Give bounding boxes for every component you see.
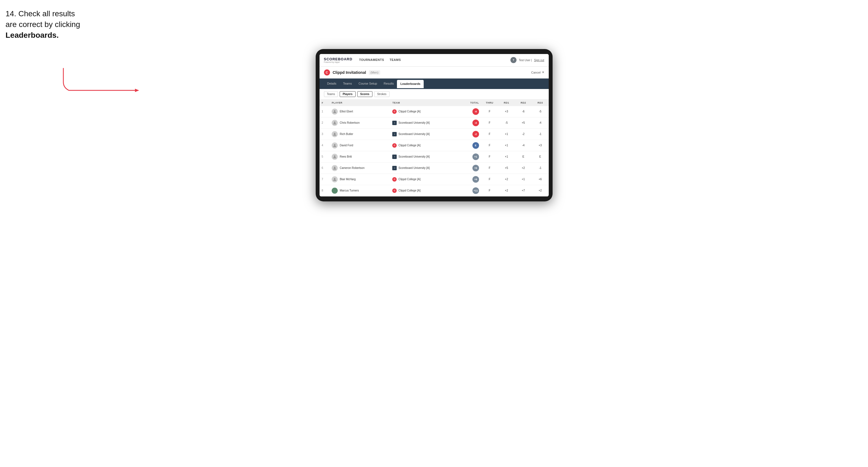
cell-player: Chris Robertson <box>330 117 390 128</box>
table-row: 3Rich Butler≡Scoreboard University [A]-2… <box>319 128 549 140</box>
svg-marker-0 <box>135 89 139 92</box>
cell-rd2: +5 <box>515 117 532 128</box>
tab-leaderboards[interactable]: Leaderboards <box>397 80 424 88</box>
filter-bar: Teams Players Scores Strokes <box>319 89 549 99</box>
player-name: David Ford <box>340 144 353 147</box>
team-name: Scoreboard University [A] <box>398 132 430 135</box>
score-badge: -4 <box>472 120 479 126</box>
app-nav: SCOREBOARD Powered by clippd TOURNAMENTS… <box>319 54 549 67</box>
table-header-row: # PLAYER TEAM TOTAL THRU RD1 RD2 RD3 <box>319 99 549 106</box>
arrow-annotation <box>55 66 149 102</box>
cell-team: CClippd College [A] <box>390 106 458 117</box>
app-logo: SCOREBOARD Powered by clippd <box>324 57 352 63</box>
sign-out-link[interactable]: Sign out <box>534 59 544 62</box>
cell-player: Blair McHarg <box>330 174 390 185</box>
player-avatar <box>332 154 338 160</box>
team-name: Clippd College [A] <box>398 110 421 113</box>
cell-player: David Ford <box>330 140 390 151</box>
table-row: 1Elliot EbertCClippd College [A]-8F+3-6-… <box>319 106 549 117</box>
player-name: Cameron Robertson <box>340 166 365 169</box>
cell-rd2: -6 <box>515 106 532 117</box>
cell-rank: 4 <box>319 140 330 151</box>
table-row: 4David FordCClippd College [A]EF+1-4+3 <box>319 140 549 151</box>
col-header-total: TOTAL <box>458 99 481 106</box>
cell-rd1: +2 <box>498 174 515 185</box>
cell-team: ≡Scoreboard University [A] <box>390 151 458 162</box>
cell-total: +9 <box>458 174 481 185</box>
table-row: 7Blair McHargCClippd College [A]+9F+2+1+… <box>319 174 549 185</box>
player-name: Marcus Turners <box>340 189 359 192</box>
svg-point-1 <box>334 110 336 112</box>
cancel-button[interactable]: Cancel ✕ <box>531 70 544 74</box>
svg-point-2 <box>334 122 336 123</box>
cell-team: CClippd College [A] <box>390 140 458 151</box>
cell-total: -4 <box>458 117 481 128</box>
team-logo-clippd: C <box>392 143 397 148</box>
cell-player: Elliot Ebert <box>330 106 390 117</box>
team-name: Scoreboard University [A] <box>398 121 430 124</box>
col-header-rd2: RD2 <box>515 99 532 106</box>
col-header-rd3: RD3 <box>532 99 549 106</box>
player-avatar <box>332 131 338 137</box>
team-logo-scoreboard: ≡ <box>392 121 397 125</box>
tab-teams[interactable]: Teams <box>340 79 355 89</box>
col-header-player: PLAYER <box>330 99 390 106</box>
cell-rd1: +3 <box>498 106 515 117</box>
filter-strokes[interactable]: Strokes <box>374 91 390 97</box>
cell-rd2: E <box>515 151 532 162</box>
cell-rd3: -1 <box>532 162 549 174</box>
cell-thru: F <box>481 162 498 174</box>
cell-rank: 7 <box>319 174 330 185</box>
svg-point-5 <box>334 155 336 157</box>
score-badge: +1 <box>472 153 479 160</box>
tournament-title-row: C Clippd Invitational (Men) <box>324 69 380 75</box>
cell-rd1: -5 <box>498 117 515 128</box>
player-avatar <box>332 108 338 115</box>
filter-players[interactable]: Players <box>340 91 355 97</box>
cell-rd3: -4 <box>532 117 549 128</box>
instruction-line1: 14. Check all results <box>5 9 75 18</box>
filter-scores[interactable]: Scores <box>357 91 372 97</box>
cell-rank: 1 <box>319 106 330 117</box>
cell-thru: F <box>481 174 498 185</box>
tab-results[interactable]: Results <box>380 79 397 89</box>
filter-teams[interactable]: Teams <box>324 91 338 97</box>
cell-thru: F <box>481 151 498 162</box>
cell-thru: F <box>481 185 498 196</box>
score-badge: E <box>472 142 479 149</box>
tab-course-setup[interactable]: Course Setup <box>355 79 380 89</box>
player-avatar <box>332 176 338 182</box>
player-name: Chris Robertson <box>340 121 360 124</box>
cell-rd2: +2 <box>515 162 532 174</box>
cell-rank: 5 <box>319 151 330 162</box>
cell-thru: F <box>481 106 498 117</box>
svg-point-4 <box>334 144 336 146</box>
cell-total: -2 <box>458 128 481 140</box>
tablet-frame: SCOREBOARD Powered by clippd TOURNAMENTS… <box>316 49 553 201</box>
tournament-name: Clippd Invitational <box>333 70 366 75</box>
cell-rd2: -4 <box>515 140 532 151</box>
cell-rank: 3 <box>319 128 330 140</box>
tab-details[interactable]: Details <box>324 79 340 89</box>
team-name: Clippd College [A] <box>398 144 421 147</box>
cell-rank: 2 <box>319 117 330 128</box>
table-row: 8Marcus TurnersCClippd College [A]+11F+2… <box>319 185 549 196</box>
logo-title: SCOREBOARD <box>324 57 352 61</box>
player-avatar <box>332 165 338 171</box>
cell-rank: 8 <box>319 185 330 196</box>
table-row: 6Cameron Robertson≡Scoreboard University… <box>319 162 549 174</box>
nav-teams[interactable]: TEAMS <box>390 54 401 66</box>
score-badge: -8 <box>472 108 479 115</box>
cell-team: ≡Scoreboard University [A] <box>390 117 458 128</box>
cell-rd3: -5 <box>532 106 549 117</box>
tournament-logo: C <box>324 69 330 75</box>
team-name: Clippd College [A] <box>398 189 421 192</box>
team-logo-scoreboard: ≡ <box>392 155 397 159</box>
cell-rd1: +1 <box>498 151 515 162</box>
nav-tournaments[interactable]: TOURNAMENTS <box>359 54 384 66</box>
leaderboard-table: # PLAYER TEAM TOTAL THRU RD1 RD2 RD3 1El… <box>319 99 549 196</box>
cell-rd1: +1 <box>498 140 515 151</box>
table-row: 2Chris Robertson≡Scoreboard University [… <box>319 117 549 128</box>
team-name: Scoreboard University [A] <box>398 155 430 158</box>
cell-rd3: +2 <box>532 185 549 196</box>
